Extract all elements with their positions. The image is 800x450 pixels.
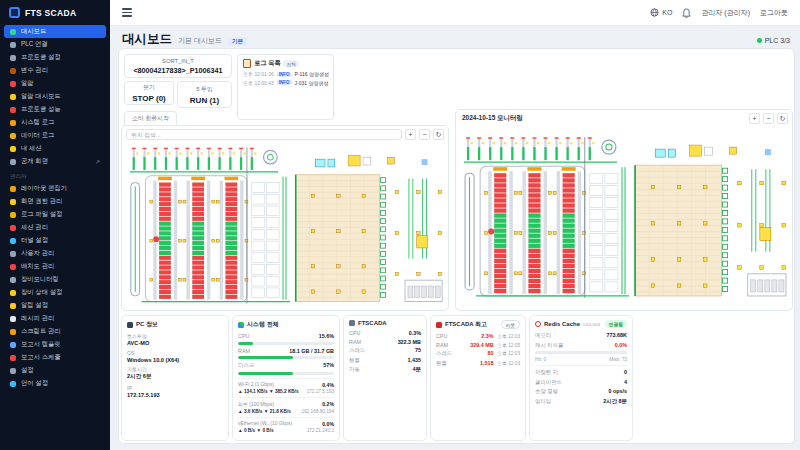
- sidebar-item-label: 알람 대시보드: [21, 92, 61, 101]
- sidebar-item-시스템 로그[interactable]: 시스템 로그: [4, 116, 106, 129]
- gauge-bar: [238, 356, 334, 359]
- menu-icon: [10, 133, 16, 139]
- sidebar-item-프로토콜 설정[interactable]: 프로토콜 설정: [4, 51, 106, 64]
- menu-icon: [10, 303, 16, 309]
- logout-button[interactable]: 로그아웃: [760, 8, 788, 18]
- sidebar-item-알림 설정[interactable]: 알림 설정: [4, 299, 106, 312]
- sidebar-item-프로토콜 성능[interactable]: 프로토콜 성능: [4, 103, 106, 116]
- sidebar-item-로그 파일 설정[interactable]: 로그 파일 설정: [4, 208, 106, 221]
- log-message: J-031 명령생성: [295, 80, 329, 86]
- sidebar-item-label: 대시보드: [21, 27, 46, 36]
- menu-icon: [10, 225, 16, 231]
- sidebar-item-사용자 관리[interactable]: 사용자 관리: [4, 247, 106, 260]
- sidebar-item-장비 상태 설정[interactable]: 장비 상태 설정: [4, 286, 106, 299]
- monitoring-panel-title: 2024-10-15 모니터링: [460, 114, 746, 123]
- sidebar-item-label: 알림 설정: [21, 301, 48, 310]
- language-selector[interactable]: KO: [650, 8, 672, 17]
- sidebar-item-label: 설정: [21, 366, 34, 375]
- peak-time: 오후 12:03: [498, 334, 520, 339]
- sidebar-item-보고서 스케줄[interactable]: 보고서 스케줄: [4, 351, 106, 364]
- peak-label: RAM: [436, 342, 448, 348]
- reset-button[interactable]: 리셋: [501, 320, 520, 329]
- sidebar-item-label: 프로토콜 설정: [21, 53, 61, 62]
- sidebar-item-레이아웃 편집기[interactable]: 레이아웃 편집기: [4, 182, 106, 195]
- redis-miss: Miss: 73: [609, 357, 627, 362]
- redis-version: v3.0.504: [583, 322, 600, 327]
- sidebar-item-공개 화면[interactable]: 공개 화면↗: [4, 155, 106, 168]
- sidebar-item-대시보드[interactable]: 대시보드: [4, 25, 106, 38]
- sidebar-item-label: 변수 관리: [21, 66, 48, 75]
- sidebar-item-label: 데이터 로그: [21, 131, 54, 140]
- sidebar-item-데이터 로그[interactable]: 데이터 로그: [4, 129, 106, 142]
- sidebar-item-label: 장비 상태 설정: [21, 288, 62, 297]
- widget-title: SORT_IN_T: [162, 58, 194, 64]
- sidebar-item-터널 설정[interactable]: 터널 설정: [4, 234, 106, 247]
- sidebar-item-설정[interactable]: 설정: [4, 364, 106, 377]
- monitoring-map-panel-right: 2024-10-15 모니터링 + − ↻: [455, 109, 793, 311]
- ftscada-peak-card: FTSCADA 최고 리셋 CPU2.3%오후 12:03RAM329.4 MB…: [430, 315, 526, 441]
- scada-row: 핸들1,435: [349, 357, 421, 364]
- notifications-bell-icon[interactable]: [682, 8, 691, 18]
- menu-icon: [10, 342, 16, 348]
- log-filter-badge[interactable]: 전체: [283, 60, 299, 67]
- menu-icon: [10, 264, 16, 270]
- pc-info-row: IP172.17.5.193: [127, 385, 223, 398]
- zoom-out-button[interactable]: −: [763, 113, 774, 124]
- log-list-title: 로그 목록: [254, 59, 280, 68]
- branch-status-widget[interactable]: 분기 STOP (0): [124, 81, 174, 105]
- factory-floor-map[interactable]: [124, 143, 446, 308]
- location-search-input[interactable]: [126, 129, 402, 140]
- reset-view-button[interactable]: ↻: [433, 129, 444, 140]
- net-speed-row: ▲ 0 B/s ▼ 0 B/s172.21.240.1: [238, 428, 334, 433]
- globe-icon: [650, 8, 659, 17]
- peak-row: RAM329.4 MB오후 12:05: [436, 342, 520, 348]
- reset-view-button[interactable]: ↻: [777, 113, 788, 124]
- user-name[interactable]: 관리자 (관리자): [701, 8, 750, 18]
- net-speeds: ▲ 0 B/s ▼ 0 B/s: [238, 428, 274, 433]
- pc-info-card: PC 정보 호스트명AVC-MOOSWindows 10.0 (X64)가동시간…: [121, 315, 229, 441]
- sidebar-item-스크립트 관리[interactable]: 스크립트 관리: [4, 325, 106, 338]
- peak-right: 329.4 MB오후 12:05: [470, 342, 520, 348]
- sidebar-item-알람[interactable]: 알람: [4, 77, 106, 90]
- sidebar-item-배치도 관리[interactable]: 배치도 관리: [4, 260, 106, 273]
- hamburger-menu-icon[interactable]: [122, 8, 132, 16]
- factory-floor-map[interactable]: [458, 127, 790, 308]
- net-label: Wi-Fi 2 (1 Gbps): [238, 382, 274, 388]
- sidebar-item-PLC 연결[interactable]: PLC 연결: [4, 38, 106, 51]
- layout-map-panel-left: + − ↻: [121, 125, 449, 311]
- redis-row: 저장된 키0: [535, 369, 627, 376]
- pc-info-row: 호스트명AVC-MO: [127, 333, 223, 346]
- sidebar-item-언어 설정[interactable]: 언어 설정: [4, 377, 106, 390]
- scada-row: CPU0.3%: [349, 330, 421, 336]
- sidebar-item-보고서 템플릿[interactable]: 보고서 템플릿: [4, 338, 106, 351]
- zoom-out-button[interactable]: −: [419, 129, 430, 140]
- net-speeds: ▲ 134.1 KB/s ▼ 385.2 KB/s: [238, 389, 299, 394]
- plc-status-dot: [757, 38, 762, 43]
- menu-icon: [10, 55, 16, 61]
- scada-label: 가동: [349, 366, 360, 373]
- sidebar-item-내 세션[interactable]: 내 세션: [4, 142, 106, 155]
- redis-hitrate: 0.0%: [615, 342, 627, 348]
- zoom-in-button[interactable]: +: [405, 129, 416, 140]
- net-row: Wi-Fi 2 (1 Gbps)0.4%: [238, 382, 334, 388]
- scada-row: 스레드75: [349, 347, 421, 354]
- menu-icon: [10, 251, 16, 257]
- sidebar-item-알람 대시보드[interactable]: 알람 대시보드: [4, 90, 106, 103]
- sidebar-item-장비모니터링[interactable]: 장비모니터링: [4, 273, 106, 286]
- sidebar-item-변수 관리[interactable]: 변수 관리: [4, 64, 106, 77]
- log-item[interactable]: 오후 12:00:43INFOJ-031 명령생성: [243, 80, 328, 86]
- redis-icon: [535, 321, 541, 327]
- redis-row: 초당 명령0 ops/s: [535, 388, 627, 395]
- sidebar-item-화면 권한 관리[interactable]: 화면 권한 관리: [4, 195, 106, 208]
- sidebar-item-레시피 관리[interactable]: 레시피 관리: [4, 312, 106, 325]
- zoom-in-button[interactable]: +: [749, 113, 760, 124]
- gauge-bar: [238, 372, 334, 375]
- sidebar-item-세션 관리[interactable]: 세션 관리: [4, 221, 106, 234]
- gauge-value: 57%: [323, 362, 334, 368]
- input5-status-widget[interactable]: 5 투입 RUN (1): [177, 81, 232, 108]
- peak-label: CPU: [436, 333, 447, 339]
- redis-value: 0 ops/s: [608, 388, 627, 394]
- peak-right: 2.3%오후 12:03: [481, 333, 520, 339]
- sort-in-widget[interactable]: SORT_IN_T <80004217838>_P1006341: [124, 54, 232, 78]
- log-item[interactable]: 오후 12:01:36INFOP-116 명령생성: [243, 71, 328, 77]
